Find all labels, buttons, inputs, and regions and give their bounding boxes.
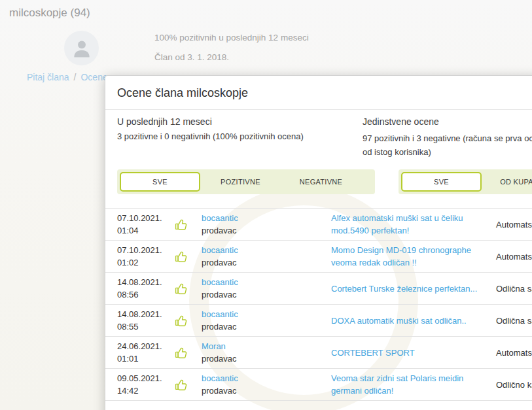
rating-indicator xyxy=(174,314,202,328)
rating-date-time: 08:55 xyxy=(117,320,174,333)
avatar xyxy=(64,31,99,65)
user-role: prodavac xyxy=(202,320,331,333)
filter-button-sve[interactable]: SVE xyxy=(120,172,200,192)
rating-comment: Odlično kao xyxy=(496,380,532,390)
filter-bar-type: SVEPOZITIVNENEGATIVNE xyxy=(117,169,375,194)
rating-item: Veoma star zidni sat Polaris meidin germ… xyxy=(331,372,496,397)
rating-date-time: 01:04 xyxy=(117,224,174,237)
breadcrumb: Pitaj člana/Ocene xyxy=(27,72,108,82)
rating-row: 09.05.2021. 14:42 bocaantic prodavac Veo… xyxy=(105,368,532,400)
filter-button-pozitivne[interactable]: POZITIVNE xyxy=(200,172,281,192)
rating-row: 07.10.2021. 01:02 bocaantic prodavac Mom… xyxy=(105,240,532,272)
unique-detail: 97 pozitivnih i 3 negativne (računa se p… xyxy=(363,131,532,159)
rating-date-day: 24.06.2021. xyxy=(117,340,174,352)
rating-user: bocaantic prodavac xyxy=(202,212,331,237)
user-link[interactable]: bocaantic xyxy=(202,245,238,255)
item-link[interactable]: Veoma star zidni sat Polaris meidin germ… xyxy=(331,372,463,397)
user-role: prodavac xyxy=(202,256,331,269)
page-title: milcoskopje (94) xyxy=(9,7,90,20)
user-link[interactable]: bocaantic xyxy=(202,213,238,223)
user-role: prodavac xyxy=(202,352,331,365)
user-role: prodavac xyxy=(202,288,331,301)
rating-indicator xyxy=(174,282,202,296)
ratings-modal: Ocene člana milcoskopje U poslednjih 12 … xyxy=(105,75,532,410)
rating-date: 07.10.2021. 01:04 xyxy=(117,212,174,237)
item-link[interactable]: Cortebert Turske železnice perfektan... xyxy=(331,282,477,295)
rating-user: Moran prodavac xyxy=(202,340,331,365)
rating-comment: Automatski xyxy=(496,348,532,358)
rating-date: 14.08.2021. 08:56 xyxy=(117,276,174,301)
rating-comment: Automatski xyxy=(496,252,532,262)
rating-user: bocaantic prodavac xyxy=(202,276,331,301)
rating-date: 24.06.2021. 01:01 xyxy=(117,340,174,365)
rating-indicator xyxy=(174,346,202,360)
user-role: prodavac xyxy=(202,224,331,237)
last12-heading: U poslednjih 12 meseci xyxy=(117,116,212,127)
member-since-text: Član od 3. 1. 2018. xyxy=(154,52,229,62)
rating-comment: Odlična sar xyxy=(496,316,532,326)
rating-row: 14.08.2021. 08:55 bocaantic prodavac DOX… xyxy=(105,304,532,336)
ratings-table: 07.10.2021. 01:04 bocaantic prodavac Alf… xyxy=(105,208,532,410)
rating-item: CORTEBERT SPORT xyxy=(331,347,496,359)
filter-button-negativne[interactable]: NEGATIVNE xyxy=(281,172,361,192)
rating-indicator xyxy=(174,218,202,231)
item-link[interactable]: Momo Design MD-019 chronographe veoma re… xyxy=(331,244,471,269)
rating-item: Alfex automatski muški sat u čeliku mod.… xyxy=(331,212,496,237)
filter-bar-role: SVEOD KUPACA xyxy=(399,169,532,194)
rating-user: bocaantic prodavac xyxy=(202,372,331,397)
user-link[interactable]: bocaantic xyxy=(202,373,238,383)
rating-indicator xyxy=(174,378,202,392)
rating-date-day: 14.08.2021. xyxy=(117,276,174,288)
unique-heading: Jedinstvene ocene xyxy=(363,116,439,127)
rating-row: 24.06.2021. 01:01 Moran prodavac CORTEBE… xyxy=(105,336,532,368)
item-link[interactable]: DOXA automatik muški sat odličan.. xyxy=(331,315,467,327)
rating-indicator xyxy=(174,250,202,264)
thumbs-up-icon xyxy=(174,346,189,360)
rating-date-time: 14:42 xyxy=(117,384,174,397)
person-icon xyxy=(71,37,93,60)
rating-date-time: 08:56 xyxy=(117,288,174,301)
rating-user: bocaantic prodavac xyxy=(202,308,331,333)
positive-summary-text: 100% pozitivnih u poslednjih 12 meseci xyxy=(154,33,309,43)
rating-date-time: 01:01 xyxy=(117,352,174,365)
rating-row: 14.08.2021. 08:56 bocaantic prodavac Cor… xyxy=(105,272,532,304)
user-link[interactable]: bocaantic xyxy=(202,309,238,319)
feedback-page: { "colors": { "accent_green": "#b6cc2d",… xyxy=(0,0,532,410)
user-link[interactable]: Moran xyxy=(202,341,226,351)
rating-row: 07.10.2021. 01:04 bocaantic prodavac Alf… xyxy=(105,208,532,240)
breadcrumb-link-ratings[interactable]: Ocene xyxy=(80,72,107,82)
rating-row-partial xyxy=(105,400,532,410)
item-link[interactable]: Alfex automatski muški sat u čeliku mod.… xyxy=(331,212,463,237)
filter-button-sve[interactable]: SVE xyxy=(401,172,482,192)
rating-date: 07.10.2021. 01:02 xyxy=(117,244,174,269)
last12-detail: 3 pozitivne i 0 negativnih (100% pozitiv… xyxy=(117,131,304,141)
breadcrumb-link-ask-member[interactable]: Pitaj člana xyxy=(27,72,69,82)
modal-header: Ocene člana milcoskopje xyxy=(105,76,532,110)
rating-date-time: 01:02 xyxy=(117,256,174,269)
rating-item: Momo Design MD-019 chronographe veoma re… xyxy=(331,244,496,269)
user-link[interactable]: bocaantic xyxy=(202,277,238,287)
rating-date: 09.05.2021. 14:42 xyxy=(117,372,174,397)
rating-user: bocaantic prodavac xyxy=(202,244,331,269)
rating-date: 14.08.2021. 08:55 xyxy=(117,308,174,333)
rating-date-day: 07.10.2021. xyxy=(117,244,174,256)
rating-item: DOXA automatik muški sat odličan.. xyxy=(331,315,496,327)
rating-date-day: 09.05.2021. xyxy=(117,372,174,384)
thumbs-up-icon xyxy=(174,314,189,328)
filter-button-od-kupaca[interactable]: OD KUPACA xyxy=(482,172,532,192)
thumbs-up-icon xyxy=(174,378,189,392)
thumbs-up-icon xyxy=(174,218,189,231)
item-link[interactable]: CORTEBERT SPORT xyxy=(331,347,415,359)
modal-title: Ocene člana milcoskopje xyxy=(117,86,248,100)
rating-comment: Automatski xyxy=(496,220,532,230)
thumbs-up-icon xyxy=(174,282,189,296)
rating-item: Cortebert Turske železnice perfektan... xyxy=(331,282,496,295)
rating-date-day: 07.10.2021. xyxy=(117,212,174,224)
thumbs-up-icon xyxy=(174,250,189,264)
rating-comment: Odlična sar xyxy=(496,284,532,294)
user-role: prodavac xyxy=(202,384,331,397)
rating-date-day: 14.08.2021. xyxy=(117,308,174,320)
breadcrumb-separator: / xyxy=(74,72,77,82)
